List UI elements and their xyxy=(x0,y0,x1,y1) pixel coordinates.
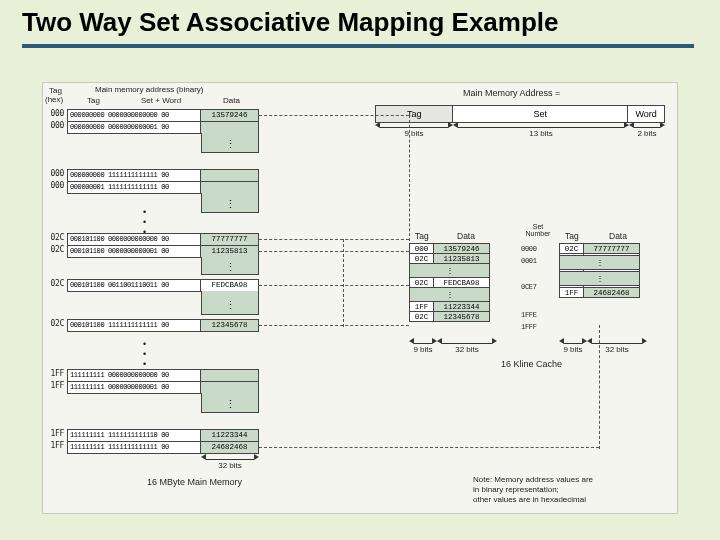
setnum-2: 0CE7 xyxy=(521,283,537,291)
note-line-2: in binary representation; xyxy=(473,485,559,494)
dim-cacheB-data: 32 bits xyxy=(587,345,647,354)
dash-4 xyxy=(259,285,409,286)
dim-cacheA-data: 32 bits xyxy=(437,345,497,354)
mem-hex-7: 02C xyxy=(45,319,67,332)
cache-name: 16 Kline Cache xyxy=(501,359,562,369)
setword-label: Set + Word xyxy=(141,96,181,105)
dim-bottom-32: 32 bits xyxy=(201,461,259,470)
title-rule xyxy=(22,44,694,48)
set-number-label: Set Number xyxy=(518,223,558,237)
tag-hex-label-2: (hex) xyxy=(45,95,63,104)
dim-addr-set: 13 bits xyxy=(453,129,629,138)
addr-word-cell: Word xyxy=(628,106,664,122)
dim-cacheA-tag: 9 bits xyxy=(409,345,437,354)
mem-bits-1: 000000000 0000000000001 00 xyxy=(67,121,201,134)
mem-hex-9: 1FF xyxy=(45,381,67,394)
dash-6 xyxy=(259,447,599,448)
dim-cacheB-tag: 9 bits xyxy=(559,345,587,354)
vdash-2 xyxy=(343,239,344,327)
dim-addr-tag: 9 bits xyxy=(375,129,453,138)
vdash-1 xyxy=(409,115,410,251)
mem-gap-4 xyxy=(201,291,259,315)
diagram-canvas: Tag (hex) Main memory address (binary) T… xyxy=(42,82,678,514)
cacheA-tag-hdr: Tag xyxy=(415,231,429,241)
addr-set-cell: Set xyxy=(453,106,628,122)
address-field-bar: Tag Set Word xyxy=(375,105,665,123)
mem-bits-3: 000000001 1111111111111 00 xyxy=(67,181,201,194)
tag-col-label: Tag xyxy=(87,96,100,105)
mem-bits-11: 111111111 1111111111111 00 xyxy=(67,441,201,454)
setnum-0: 0000 xyxy=(521,245,537,253)
main-mem-name: 16 MByte Main Memory xyxy=(147,477,242,487)
mem-hex-3: 000 xyxy=(45,181,67,194)
setnum-1: 0001 xyxy=(521,257,537,265)
cacheB-tag-hdr: Tag xyxy=(565,231,579,241)
dash-3 xyxy=(259,251,409,252)
tag-hex-label: Tag xyxy=(49,86,62,95)
setnum-4: 1FFF xyxy=(521,323,537,331)
cacheA-data-hdr: Data xyxy=(457,231,475,241)
cacheB-data-hdr: Data xyxy=(609,231,627,241)
mem-gap-1 xyxy=(201,133,259,153)
mem-hex-1: 000 xyxy=(45,121,67,134)
mem-addr-binary-label: Main memory address (binary) xyxy=(95,85,203,94)
mem-bits-9: 111111111 0000000000001 00 xyxy=(67,381,201,394)
mem-hex-5: 02C xyxy=(45,245,67,258)
dim-addr-word: 2 bits xyxy=(629,129,665,138)
mem-bits-7: 000101100 1111111111111 00 xyxy=(67,319,201,332)
mem-hex-11: 1FF xyxy=(45,441,67,454)
data-hdr-left: Data xyxy=(223,96,240,105)
cache-b-table: 02C77777777 ⋮ ⋮ 1FF24682468 xyxy=(559,243,640,298)
dash-5 xyxy=(259,325,409,326)
addr-tag-cell: Tag xyxy=(376,106,453,122)
mem-gap-3 xyxy=(201,257,259,275)
note-line-3: other values are in hexadecimal xyxy=(473,495,586,504)
mem-gap-5 xyxy=(201,393,259,413)
cache-a-table: 00013579246 02C11235813 ⋮ 02CFEDCBA98 ⋮ … xyxy=(409,243,490,322)
vdots-left-2: ••• xyxy=(143,339,146,369)
mem-hex-6: 02C xyxy=(45,279,67,292)
dash-1 xyxy=(259,115,409,116)
mem-bits-6: 000101100 0011001110011 00 xyxy=(67,279,201,292)
slide-title: Two Way Set Associative Mapping Example xyxy=(0,0,720,42)
mem-data-11: 24682468 xyxy=(201,441,259,454)
setnum-3: 1FFE xyxy=(521,311,537,319)
mem-gap-2 xyxy=(201,193,259,213)
mem-data-7: 12345678 xyxy=(201,319,259,332)
mem-bits-5: 000101100 0000000000001 00 xyxy=(67,245,201,258)
dash-2 xyxy=(259,239,409,240)
note-line-1: Note: Memory address values are xyxy=(473,475,593,484)
main-mem-addr-eq: Main Memory Address = xyxy=(463,88,560,98)
